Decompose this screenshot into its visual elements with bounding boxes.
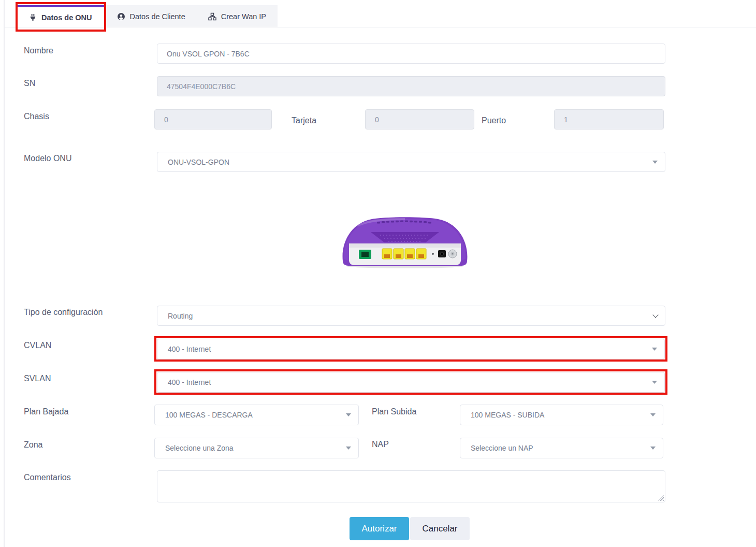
tab-label: Datos de ONU — [41, 13, 92, 22]
cvlan-select[interactable]: 400 - Internet — [157, 339, 665, 359]
plan-bajada-label: Plan Bajada — [24, 407, 68, 416]
tab-datos-de-onu[interactable]: Datos de ONU — [16, 5, 106, 27]
tipo-configuracion-value: Routing — [168, 312, 193, 320]
cvlan-label: CVLAN — [24, 341, 51, 350]
user-circle-icon — [117, 12, 125, 21]
plug-icon — [29, 13, 37, 21]
chevron-down-icon — [652, 161, 658, 164]
chasis-input — [154, 109, 272, 129]
zona-select[interactable]: Seleccione una Zona — [154, 438, 359, 458]
puerto-label: Puerto — [482, 116, 506, 125]
modelo-onu-label: Modelo ONU — [24, 154, 71, 163]
chevron-down-icon — [346, 447, 351, 450]
onu-authorization-form: Datos de ONU Datos de Cliente Crear Wan … — [0, 0, 756, 547]
onu-device-image — [337, 211, 473, 271]
tab-label: Crear Wan IP — [221, 12, 266, 21]
plan-subida-value: 100 MEGAS - SUBIDA — [471, 411, 544, 419]
tarjeta-input — [365, 109, 474, 129]
autorizar-button[interactable]: Autorizar — [350, 517, 409, 540]
tipo-configuracion-label: Tipo de configuración — [24, 308, 103, 317]
nap-label: NAP — [372, 440, 389, 449]
tab-crear-wan-ip[interactable]: Crear Wan IP — [197, 5, 278, 27]
nap-select[interactable]: Seleccione un NAP — [460, 438, 663, 458]
zona-value: Seleccione una Zona — [165, 444, 234, 452]
plan-subida-label: Plan Subida — [372, 407, 416, 416]
cvlan-value: 400 - Internet — [168, 345, 211, 353]
comentarios-textarea[interactable] — [157, 470, 665, 502]
chevron-down-icon — [652, 348, 657, 351]
tab-datos-de-cliente[interactable]: Datos de Cliente — [106, 5, 197, 27]
nap-value: Seleccione un NAP — [471, 444, 533, 452]
chevron-down-icon — [652, 381, 657, 384]
plan-subida-select[interactable]: 100 MEGAS - SUBIDA — [460, 405, 663, 425]
svlan-select[interactable]: 400 - Internet — [157, 372, 665, 393]
nombre-label: Nombre — [24, 46, 53, 55]
sn-label: SN — [24, 79, 35, 88]
tab-label: Datos de Cliente — [130, 12, 185, 21]
chevron-down-icon — [650, 447, 656, 450]
nombre-input[interactable] — [157, 44, 665, 64]
modelo-onu-value: ONU-VSOL-GPON — [168, 158, 229, 166]
sitemap-icon — [208, 12, 216, 21]
chevron-down-icon — [652, 312, 658, 318]
plan-bajada-value: 100 MEGAS - DESCARGA — [165, 411, 253, 419]
plan-bajada-select[interactable]: 100 MEGAS - DESCARGA — [154, 405, 359, 425]
sn-input — [157, 76, 665, 96]
comentarios-label: Comentarios — [24, 473, 71, 482]
tarjeta-label: Tarjeta — [292, 116, 316, 125]
chevron-down-icon — [650, 413, 656, 416]
puerto-input — [554, 109, 664, 129]
chevron-down-icon — [346, 413, 351, 416]
modelo-onu-select[interactable]: ONU-VSOL-GPON — [157, 152, 665, 172]
svlan-value: 400 - Internet — [168, 378, 211, 386]
svlan-label: SVLAN — [24, 374, 51, 383]
cancelar-button[interactable]: Cancelar — [410, 517, 470, 540]
tab-bar-divider — [4, 27, 756, 27]
tipo-configuracion-select[interactable]: Routing — [157, 306, 665, 326]
tab-bar: Datos de ONU Datos de Cliente Crear Wan … — [16, 5, 278, 27]
zona-label: Zona — [24, 440, 42, 450]
chasis-label: Chasis — [24, 112, 49, 121]
left-edge-divider — [4, 0, 5, 547]
